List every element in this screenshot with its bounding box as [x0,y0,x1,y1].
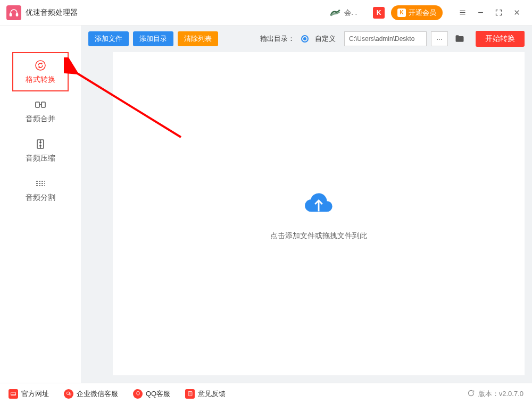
sidebar-item-audio-compress[interactable]: 音频压缩 [12,131,69,170]
footer: com 官方网址 企业微信客服 QQ客服 意见反馈 版本： v2.0.7.0 [0,383,532,404]
footer-link-feedback[interactable]: 意见反馈 [185,389,226,399]
refresh-icon [467,389,475,399]
vip-k-icon: K [397,9,406,17]
main-panel: 添加文件 添加目录 清除列表 输出目录： 自定义 C:\Users\admin\… [81,26,532,383]
vip-button[interactable]: K 开通会员 [391,5,443,20]
compress-icon [34,138,47,150]
add-dir-button[interactable]: 添加目录 [133,31,173,46]
sidebar-item-audio-merge[interactable]: 音频合并 [12,91,69,131]
app-logo-icon [6,5,21,20]
radio-custom[interactable] [301,35,309,43]
svg-rect-10 [41,102,45,107]
file-dropzone[interactable]: 点击添加文件或拖拽文件到此 [113,52,525,375]
svg-rect-1 [16,13,18,16]
open-folder-icon[interactable] [452,31,467,46]
version-label: 版本： [478,389,499,399]
svg-rect-0 [10,13,12,16]
convert-icon [34,59,47,72]
add-file-button[interactable]: 添加文件 [88,31,129,46]
menu-icon[interactable] [453,0,471,26]
sidebar-item-label: 音频合并 [26,114,55,124]
svg-point-8 [36,61,45,70]
close-icon[interactable] [508,0,526,26]
sidebar-item-format-convert[interactable]: 格式转换 [12,52,69,91]
svg-rect-22 [188,391,192,395]
vip-label: 开通会员 [409,8,436,18]
wechat-icon [64,389,73,399]
user-name[interactable]: 会. . [344,8,357,18]
merge-icon [34,98,47,111]
browse-more-button[interactable]: ··· [431,31,448,46]
radio-custom-label[interactable]: 自定义 [315,34,336,44]
footer-link-label: 官方网址 [21,389,49,399]
user-avatar-icon[interactable] [329,7,341,19]
cloud-upload-icon [302,187,335,222]
maximize-icon[interactable] [489,0,508,26]
sidebar: 格式转换 音频合并 音频压缩 音频分割 [0,26,81,383]
website-icon: com [9,389,18,399]
clear-list-button[interactable]: 清除列表 [178,31,218,46]
dropzone-text: 点击添加文件或拖拽文件到此 [270,231,367,241]
sidebar-item-audio-split[interactable]: 音频分割 [12,170,69,209]
feedback-icon [185,389,195,399]
output-path-field[interactable]: C:\Users\admin\Deskto [344,31,427,46]
start-convert-button[interactable]: 开始转换 [476,31,525,47]
title-bar: 优速音频处理器 会. . K K 开通会员 [0,0,532,26]
footer-link-qq[interactable]: QQ客服 [133,389,170,399]
footer-link-label: 企业微信客服 [77,389,118,399]
sidebar-item-label: 音频分割 [26,193,55,203]
version-info[interactable]: 版本： v2.0.7.0 [467,389,523,399]
sidebar-item-label: 格式转换 [26,75,55,85]
toolbar: 添加文件 添加目录 清除列表 输出目录： 自定义 C:\Users\admin\… [81,26,532,52]
svg-point-21 [136,391,139,395]
sidebar-item-label: 音频压缩 [26,154,55,163]
footer-link-label: QQ客服 [146,389,170,399]
k-badge-icon[interactable]: K [373,7,385,19]
version-value: v2.0.7.0 [499,390,523,398]
split-icon [34,177,47,190]
svg-rect-9 [36,102,39,107]
app-title: 优速音频处理器 [26,8,78,18]
footer-link-label: 意见反馈 [198,389,226,399]
output-dir-label: 输出目录： [260,34,295,44]
minimize-icon[interactable] [471,0,489,26]
svg-text:com: com [11,393,15,395]
footer-link-official[interactable]: com 官方网址 [9,389,49,399]
footer-link-wechat[interactable]: 企业微信客服 [64,389,118,399]
qq-icon [133,389,143,399]
